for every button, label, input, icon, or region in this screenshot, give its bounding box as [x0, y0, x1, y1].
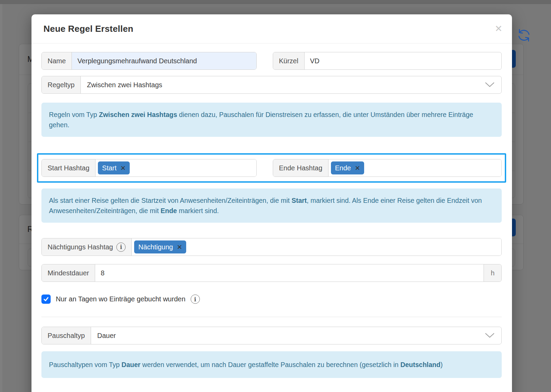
hashtag-info-box: Als start einer Reise gelten die Startze… [41, 188, 502, 223]
entries-checkbox[interactable] [41, 295, 51, 304]
name-input[interactable] [72, 52, 256, 69]
info-icon[interactable]: i [191, 295, 200, 304]
naechtigungs-hashtag-tag-label: Nächtigung [138, 243, 173, 251]
ende-hashtag-label: Ende Hashtag [273, 159, 329, 177]
mindestdauer-label: Mindestdauer [42, 264, 95, 282]
ende-hashtag-input[interactable]: Ende ✕ [329, 159, 501, 177]
start-hashtag-tag-label: Start [102, 164, 116, 172]
entries-checkbox-row: Nur an Tagen wo Einträge gebucht wurden … [41, 295, 502, 304]
remove-tag-icon[interactable]: ✕ [177, 244, 182, 250]
entries-checkbox-label: Nur an Tagen wo Einträge gebucht wurden [56, 295, 185, 303]
name-field-group: Name [41, 52, 257, 70]
name-kuerzel-row: Name Kürzel [41, 52, 502, 70]
start-hashtag-tag: Start ✕ [98, 161, 130, 174]
divider [41, 317, 502, 317]
modal-header: Neue Regel Erstellen ✕ [31, 14, 512, 43]
chevron-down-icon [485, 76, 501, 93]
naechtigungs-hashtag-group: Nächtigungs Hashtag i Nächtigung ✕ [41, 238, 502, 256]
modal-body: Name Kürzel Regeltyp Zwischen zwei Hasht… [31, 43, 512, 392]
regeltyp-label: Regeltyp [42, 76, 81, 93]
kuerzel-label: Kürzel [273, 52, 305, 69]
pauschaltyp-select[interactable]: Pauschaltyp Dauer [41, 327, 502, 344]
ende-hashtag-tag-label: Ende [335, 164, 351, 172]
ende-hashtag-tag: Ende ✕ [331, 161, 364, 174]
pauschaltyp-label: Pauschaltyp [42, 327, 91, 344]
mindestdauer-unit: h [484, 264, 501, 282]
ende-hashtag-group: Ende Hashtag Ende ✕ [273, 159, 502, 177]
info-icon[interactable]: i [116, 243, 126, 252]
name-label: Name [42, 52, 72, 69]
remove-tag-icon[interactable]: ✕ [120, 165, 126, 171]
check-icon [43, 296, 49, 302]
regeltyp-select[interactable]: Regeltyp Zwischen zwei Hashtags [41, 76, 502, 94]
remove-tag-icon[interactable]: ✕ [355, 165, 360, 171]
kuerzel-input[interactable] [305, 52, 501, 69]
close-icon[interactable]: ✕ [495, 24, 502, 34]
regeltyp-value: Zwischen zwei Hashtags [81, 76, 485, 93]
mindestdauer-input[interactable] [95, 264, 484, 282]
naechtigungs-hashtag-input[interactable]: Nächtigung ✕ [132, 238, 501, 256]
screen: M R Neue Regel Erstellen [0, 0, 551, 392]
start-hashtag-input[interactable]: Start ✕ [95, 159, 256, 177]
pauschaltyp-value: Dauer [91, 327, 485, 344]
refresh-icon[interactable] [516, 28, 532, 43]
kuerzel-field-group: Kürzel [273, 52, 502, 70]
chevron-down-icon [485, 327, 501, 344]
modal-neue-regel: Neue Regel Erstellen ✕ Name Kürzel Regel… [31, 14, 512, 392]
naechtigungs-hashtag-label: Nächtigungs Hashtag [48, 243, 113, 251]
regeltyp-info-box: Regeln vom Typ Zwischen zwei Hashtags di… [41, 103, 502, 137]
naechtigungs-hashtag-tag: Nächtigung ✕ [134, 240, 186, 253]
modal-title: Neue Regel Erstellen [43, 24, 133, 34]
naechtigungs-hashtag-prefix: Nächtigungs Hashtag i [42, 238, 132, 256]
pauschaltyp-info-box: Pauschaltypen vom Typ Dauer werden verwe… [41, 351, 502, 378]
mindestdauer-group: Mindestdauer h [41, 264, 502, 282]
start-hashtag-group: Start Hashtag Start ✕ [41, 159, 257, 177]
hashtag-row-highlight: Start Hashtag Start ✕ Ende Hashtag Ende … [37, 153, 506, 183]
start-hashtag-label: Start Hashtag [42, 159, 95, 177]
